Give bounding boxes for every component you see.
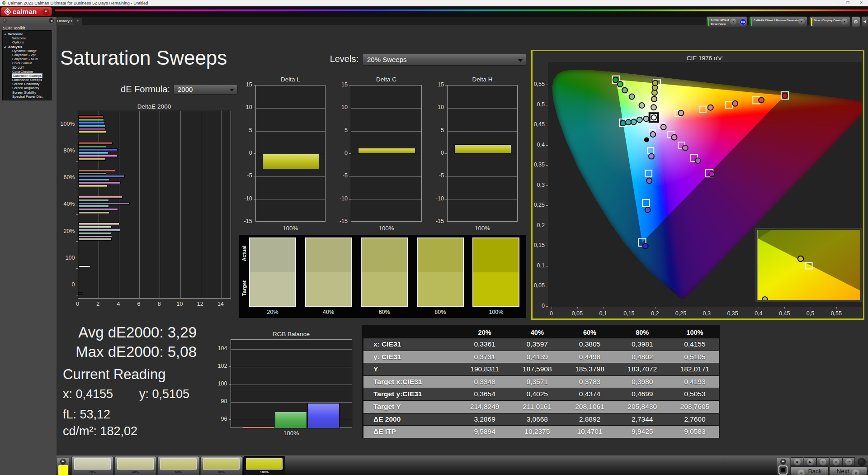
delta_c-y-tick: -10	[333, 195, 348, 202]
table-row-Y: Y190,8311187,5908185,3798183,7072182,017…	[363, 363, 719, 375]
deltae-bar-40%-magenta	[78, 208, 118, 211]
table-row-label: Target Y	[363, 401, 458, 413]
cie-measured-yellow-40	[651, 96, 657, 102]
deltae2000-x-tick: 14	[214, 301, 227, 307]
cie-measured-cyan-40	[637, 117, 642, 123]
table-cell: 9,0583	[669, 426, 721, 438]
cie-measured-red-40	[708, 105, 713, 110]
table-cell: 0,3980	[616, 376, 669, 388]
stop-pattern-button[interactable]	[778, 466, 788, 475]
deltae-bar-100%-red	[78, 115, 104, 118]
back-button[interactable]: «Back	[791, 466, 829, 475]
deltae-bar-100%-yellow	[78, 131, 106, 133]
delta_c-x-label: 100%	[351, 225, 422, 232]
delta_l-y-tick: -5	[237, 172, 252, 179]
deltae-bar-40%-green	[78, 199, 109, 202]
reading-y: y: 0,5105	[139, 387, 189, 401]
table-row-label: Target x:CIE31	[363, 376, 458, 388]
pattern-button-100%[interactable]: 100%	[243, 456, 285, 475]
cie-y-tick: 0,55	[522, 81, 545, 87]
rgb-balance-y-tick: 96	[212, 416, 227, 422]
stop-button[interactable]: ■	[791, 457, 803, 466]
delta_h-y-tick: 10	[429, 104, 444, 110]
cie-measured-blue-80	[645, 207, 651, 213]
eject-icon[interactable]	[60, 459, 66, 465]
deltae-bar-60%-magenta	[78, 181, 121, 184]
cie-measured-red-80	[759, 97, 764, 103]
cie-measured-yellow-100	[652, 81, 658, 86]
table-cell: 0,3348	[458, 376, 511, 388]
refresh-button[interactable]: ⟳	[842, 457, 855, 466]
deltae-bar-20%-yellow	[78, 238, 112, 241]
pattern-swatch-100%	[246, 458, 283, 470]
table-cell: 205,8430	[616, 401, 669, 413]
swatch-target-80%	[418, 272, 463, 306]
deltae-bar-0	[78, 292, 83, 295]
pattern-mini-panel	[57, 458, 69, 475]
table-cell: 9,5894	[458, 426, 511, 438]
table-row-label: Y	[363, 363, 458, 375]
dark-knob	[858, 458, 866, 466]
cie-measured-magenta-60	[683, 145, 688, 151]
play-button[interactable]: ▶	[804, 457, 816, 466]
deltae-bar-80%-blue	[78, 148, 118, 151]
deltae-bar-40%-yellow	[78, 211, 109, 214]
pattern-button-80%[interactable]: 80%	[200, 456, 242, 475]
deltae-bar-20%-cyan	[78, 232, 111, 235]
table-cell: 10,4701	[563, 426, 616, 438]
loop-button[interactable]: ∞	[830, 457, 842, 466]
swatch-patch-80%	[417, 238, 464, 307]
cie-measured-magenta-20	[661, 124, 666, 130]
deltae2000-group-label: 80%	[57, 147, 75, 154]
swatch-row-label-target: Target	[241, 277, 247, 299]
cie-x-tick: 0,25	[670, 310, 692, 317]
table-cell: 10,2375	[511, 426, 563, 438]
pattern-swatch-label: 60%	[158, 470, 199, 474]
table-header-80%: 80%	[616, 327, 669, 338]
table-row-label: x: CIE31	[363, 338, 458, 351]
cie-measured-blue-100	[643, 243, 648, 249]
deltae2000-x-tick: 2	[91, 301, 105, 307]
next-button[interactable]: Next»	[829, 466, 867, 475]
current-pattern-swatch[interactable]	[58, 465, 68, 475]
eject-icon[interactable]	[780, 459, 786, 465]
pattern-swatch-40%	[117, 458, 154, 470]
table-cell: 182,0171	[669, 363, 721, 375]
loop-icon: ∞	[833, 459, 840, 466]
table-cell: 190,8311	[458, 363, 511, 375]
swatch-target-60%	[362, 272, 407, 306]
delta_h-y-tick: -5	[429, 172, 444, 179]
pattern-button-20%[interactable]: 20%	[71, 456, 113, 475]
pattern-button-60%[interactable]: 60%	[157, 456, 199, 475]
delta_l-y-tick: 0	[237, 150, 252, 156]
delta_c-y-tick: 5	[333, 127, 348, 133]
pattern-button-40%[interactable]: 40%	[114, 456, 156, 475]
sweep-data-table: 20%40%60%80%100%x: CIE310,33610,35970,38…	[362, 325, 720, 438]
cie-measured-green-100	[613, 77, 618, 82]
delta_h-x-label: 100%	[447, 225, 518, 232]
pattern-swatch-label: 80%	[201, 470, 242, 474]
deltae-bar-40%-cyan	[78, 205, 109, 208]
deltae-bar-40%-blue	[78, 202, 130, 205]
pattern-swatch-60%	[160, 458, 197, 470]
cie-measured-green-60	[622, 88, 627, 93]
table-cell: 0,3654	[458, 388, 511, 400]
pattern-window-button[interactable]: H	[816, 457, 829, 466]
table-header-40%: 40%	[511, 327, 563, 338]
cie-measured-green-20	[639, 103, 645, 108]
cie-measured-cyan-20	[643, 116, 649, 122]
delta_l-chart-title: Delta L	[246, 76, 335, 83]
delta_c-y-tick: 0	[333, 150, 348, 156]
deltae2000-group-label: 20%	[57, 228, 75, 234]
delta_c-bar	[358, 148, 415, 154]
cie-x-tick: 0,55	[825, 310, 848, 317]
deltae-bar-60%-red	[78, 169, 116, 172]
max-de2000-reading: Max dE2000: 5,08	[54, 343, 197, 361]
swatch-column-label: 40%	[305, 309, 352, 315]
table-cell: 3,0668	[511, 413, 563, 426]
cie-measured-green-80	[618, 81, 623, 87]
session-mini-panel	[777, 458, 790, 475]
reading-cdm2: cd/m²: 182,02	[63, 424, 137, 438]
table-header-60%: 60%	[563, 327, 616, 338]
pattern-swatch-20%	[74, 458, 111, 470]
